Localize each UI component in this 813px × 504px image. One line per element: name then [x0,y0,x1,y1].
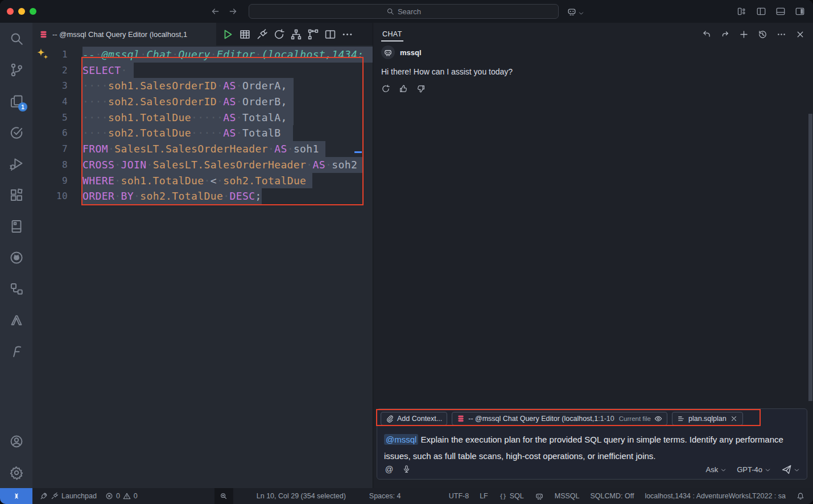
activity-item-azure[interactable] [0,304,32,336]
launchpad-item[interactable]: Launchpad [40,492,97,500]
context-chip-current-file[interactable]: -- @mssql Chat Query Editor (localhost,1… [452,412,667,425]
thumbs-down-icon[interactable] [416,84,426,93]
code-line[interactable]: 2SELECT· [32,63,373,79]
forward-icon[interactable] [228,6,238,16]
history-icon[interactable] [758,30,767,39]
run-query-button[interactable] [222,28,234,40]
bell-icon [797,492,804,500]
encoding-item[interactable]: UTF-8 [449,492,469,500]
close-icon[interactable] [730,415,738,423]
vscode-window: Search 1 [0,0,813,504]
more-icon[interactable] [777,30,786,39]
toggle-primary-sidebar-button[interactable] [756,6,766,16]
code-line[interactable]: 10ORDER·BY·soh2.TotalDue·DESC; [32,188,373,204]
code-line[interactable]: 6····soh2.TotalDue·····AS·TotalB [32,125,373,141]
disconnect-button[interactable] [256,28,268,40]
send-button[interactable] [781,464,800,475]
activity-item-remote-explorer[interactable] [0,273,32,304]
remote-icon [12,491,21,501]
activity-item-explorer[interactable]: 1 [0,85,32,117]
editor-tab-title: -- @mssql Chat Query Editor (localhost,1 [52,30,187,39]
thumbs-up-icon[interactable] [399,84,408,93]
activity-item-notebook[interactable] [0,210,32,242]
activity-item-extensions[interactable] [0,179,32,210]
results-grid-button[interactable] [239,28,251,40]
more-actions-button[interactable] [341,28,353,40]
microphone-icon[interactable] [402,465,411,474]
activity-item-f-extension[interactable] [0,336,32,367]
mssql-item[interactable]: MSSQL [555,492,580,500]
activity-item-source-control[interactable] [0,54,32,85]
eye-icon[interactable] [654,415,662,423]
code-editor[interactable]: 1--·@mssql·Chat·Query·Editor·(localhost,… [32,46,373,488]
new-chat-icon[interactable] [739,30,749,39]
activity-item-testing[interactable] [0,117,32,148]
sqlcmd-item[interactable]: SQLCMD: Off [591,492,634,500]
actual-plan-button[interactable] [307,28,319,40]
regenerate-icon[interactable] [381,84,390,93]
problems-item[interactable]: 0 0 [105,492,138,500]
input-left-actions: @ [384,465,411,474]
editor-group: -- @mssql Chat Query Editor (localhost,1… [32,23,373,488]
code-line[interactable]: 8CROSS·JOIN·SalesLT.SalesOrderHeader·AS·… [32,157,373,173]
copilot-status-item[interactable] [535,491,544,501]
code-lines: 1--·@mssql·Chat·Query·Editor·(localhost,… [32,47,373,204]
activity-item-github[interactable] [0,242,32,273]
editor-tab[interactable]: -- @mssql Chat Query Editor (localhost,1 [32,23,216,46]
command-center-search[interactable]: Search [249,4,559,19]
copilot-menu-button[interactable] [567,6,584,16]
activity-item-account[interactable] [0,425,32,457]
customize-layout-button[interactable] [737,6,747,16]
notifications-item[interactable] [797,492,804,500]
back-icon[interactable] [210,6,220,16]
activity-item-run-debug[interactable] [0,148,32,179]
estimated-plan-button[interactable] [290,28,302,40]
cursor-position-item[interactable]: Ln 10, Col 29 (354 selected) [257,492,346,500]
activity-item-settings[interactable] [0,457,32,488]
extensions-icon [9,188,24,203]
layout-controls [737,0,805,23]
editor-cursor [354,151,362,153]
language-item[interactable]: {} SQL [499,492,524,500]
change-connection-button[interactable] [273,28,285,40]
connection-item[interactable]: localhost,1434 : AdventureWorksLT2022 : … [645,492,786,500]
close-icon[interactable] [795,30,805,39]
add-context-button[interactable]: Add Context... [381,412,447,425]
toggle-secondary-sidebar-button[interactable] [795,6,805,16]
undo-icon[interactable] [701,30,711,39]
tab-chat[interactable]: CHAT [381,24,403,44]
database-icon [39,30,48,39]
code-line[interactable]: 4····soh2.SalesOrderID·AS·OrderB, [32,94,373,110]
activity-item-search[interactable] [0,23,32,54]
line-number: 5 [32,110,82,126]
mode-dropdown[interactable]: Ask [706,465,727,474]
remote-indicator[interactable] [0,488,32,504]
chat-scrollbar[interactable] [808,114,812,401]
close-window-button[interactable] [7,8,14,15]
zoom-indicator[interactable] [214,488,233,504]
maximize-window-button[interactable] [30,8,36,15]
code-line[interactable]: 3····soh1.SalesOrderID·AS·OrderA, [32,78,373,94]
context-chip-sqlplan[interactable]: plan.sqlplan [672,412,743,425]
code-line[interactable]: 1--·@mssql·Chat·Query·Editor·(localhost,… [32,47,373,63]
eol-item[interactable]: LF [480,492,488,500]
indentation-item[interactable]: Spaces: 4 [369,492,401,500]
github-icon [9,250,24,265]
redo-icon[interactable] [720,30,730,39]
status-left: Launchpad 0 0 Ln 10, Col 29 (354 selecte… [40,488,401,504]
chat-input[interactable]: @mssql Explain the execution plan for th… [377,428,807,464]
code-line[interactable]: 5····soh1.TotalDue·····AS·TotalA, [32,110,373,126]
mention-icon[interactable]: @ [384,465,394,474]
launchpad-label: Launchpad [61,492,97,500]
rocket-icon [40,492,48,500]
model-dropdown[interactable]: GPT-4o [737,465,771,474]
assistant-message: Hi there! How can I assist you today? [381,67,805,76]
f-logo-icon [9,344,24,359]
chat-panel: CHAT mssql Hi there! How can I assist yo… [373,23,813,488]
encoding-label: UTF-8 [449,492,469,500]
toggle-panel-button[interactable] [775,6,786,16]
split-editor-button[interactable] [324,28,336,40]
minimize-window-button[interactable] [18,8,25,15]
code-line[interactable]: 7FROM·SalesLT.SalesOrderHeader·AS·soh1 [32,141,373,157]
code-line[interactable]: 9WHERE·soh1.TotalDue·<·soh2.TotalDue [32,173,373,189]
